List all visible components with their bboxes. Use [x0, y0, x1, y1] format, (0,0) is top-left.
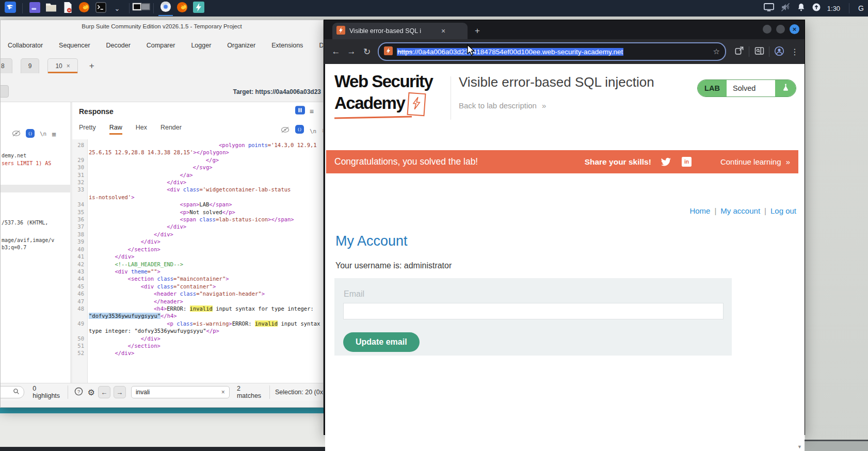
taskbar-launcher[interactable] [27, 1, 42, 15]
scroll-down-icon[interactable]: ▼ [797, 444, 802, 449]
chrome-tab[interactable]: Visible error-based SQL i × [332, 23, 468, 39]
new-item-tab-button[interactable]: + [86, 59, 98, 73]
highlight-toggle-icon[interactable]: {} [26, 129, 35, 139]
view-tab-pretty[interactable]: Pretty [79, 124, 96, 135]
profile-avatar-icon[interactable] [771, 46, 787, 58]
request-fragment: /537.36 (KHTML, [2, 220, 48, 225]
burp-item-tab[interactable]: 9 [21, 58, 40, 73]
taskbar-left: ⌄ [0, 1, 764, 16]
forward-button[interactable]: → [344, 46, 359, 57]
search-settings-gear-icon[interactable]: ⚙ [87, 388, 94, 397]
burp-toolbar-stub-button[interactable] [0, 85, 9, 98]
taskbar-launcher[interactable] [3, 1, 18, 15]
close-tab-icon[interactable]: × [67, 62, 70, 70]
view-tab-hex[interactable]: Hex [136, 124, 147, 135]
burp-item-tab-label: 9 [28, 62, 32, 70]
next-match-button[interactable]: → [114, 386, 126, 398]
pause-updates-icon[interactable] [295, 106, 305, 117]
highlights-count: 0 highlights [33, 385, 62, 399]
burp-menu-tab[interactable]: Collaborator [7, 40, 44, 51]
close-window-button[interactable]: × [790, 24, 799, 34]
display-icon[interactable] [764, 3, 774, 14]
code-text: type integer: "dofvy3536ywufuygsyyu"</p> [89, 327, 323, 334]
help-icon[interactable]: ? [74, 387, 83, 397]
newline-toggle-icon[interactable]: \n [310, 126, 316, 135]
continue-learning-link[interactable]: Continue learning » [720, 157, 790, 166]
taskbar-launcher[interactable] [191, 1, 206, 15]
match-count: 2 matches [237, 385, 264, 399]
line-number: 28 [72, 141, 89, 149]
code-lines[interactable]: 28<polygon points='14.3,0 12.9,125.6,15 … [72, 141, 323, 383]
taskbar-launcher[interactable] [93, 1, 108, 15]
line-number: 36 [72, 216, 89, 223]
back-button[interactable]: ← [328, 46, 344, 57]
layout-menu-icon[interactable]: ≡ [310, 107, 314, 116]
bookmark-star-icon[interactable]: ☆ [713, 47, 720, 56]
code-text: "dofvy3536ywufuygsyyu"</h4> [89, 312, 323, 319]
taskbar-launcher[interactable]: ⌄ [110, 1, 124, 15]
burp-footer [1, 401, 323, 407]
bell-icon[interactable] [797, 3, 806, 14]
response-search-input[interactable]: invali × [131, 386, 230, 398]
eye-off-icon[interactable] [281, 126, 290, 135]
linkedin-icon[interactable]: in [682, 157, 692, 167]
divider [22, 3, 23, 13]
minimize-button[interactable] [763, 25, 771, 34]
taskbar-launcher[interactable] [44, 1, 58, 15]
request-search-input[interactable] [0, 386, 24, 398]
newline-toggle-icon[interactable]: \n [40, 131, 46, 137]
url-bar[interactable]: https://0a4a006a03d23141847854ef00d100ee… [378, 42, 726, 61]
firefox-icon [176, 2, 188, 15]
burp-menu-tab[interactable]: Comparer [146, 40, 176, 51]
congratulations-banner: Congratulations, you solved the lab! Sha… [326, 150, 798, 173]
svg-text:{}: {} [28, 131, 33, 136]
taskbar-launcher[interactable] [175, 1, 189, 15]
highlight-toggle-icon[interactable]: {} [295, 125, 304, 136]
code-text: </a> [89, 171, 323, 179]
taskbar-launcher[interactable] [134, 1, 149, 15]
email-input[interactable] [343, 303, 724, 319]
taskbar-launcher[interactable] [158, 1, 173, 16]
chrome-tab-strip: Visible error-based SQL i × + × [324, 20, 805, 39]
taskbar-launcher[interactable] [60, 1, 75, 15]
side-panel-search-icon[interactable] [751, 46, 767, 57]
nav-link-my-account[interactable]: My account [720, 206, 760, 215]
taskbar-launcher[interactable] [77, 1, 91, 15]
burp-menu-tab[interactable]: Extensions [270, 40, 304, 51]
update-email-button[interactable]: Update email [343, 332, 420, 352]
previous-match-button[interactable]: ← [98, 386, 110, 398]
clear-search-icon[interactable]: × [221, 389, 225, 396]
twitter-icon[interactable] [661, 157, 671, 167]
history-sync-icon[interactable] [731, 46, 747, 57]
muted-speaker-icon[interactable] [780, 3, 791, 14]
svg-text:{}: {} [297, 127, 302, 132]
burp-menu-tab[interactable]: Sequencer [58, 40, 91, 51]
indicator-icon[interactable] [812, 3, 821, 14]
view-tab-render[interactable]: Render [160, 124, 182, 135]
new-tab-button[interactable]: + [475, 26, 480, 39]
maximize-button[interactable] [776, 25, 785, 34]
burp-menu-tab[interactable]: D [318, 40, 324, 51]
view-tab-raw[interactable]: Raw [109, 124, 122, 135]
arrow-right-icon: → [116, 389, 123, 396]
chrome-window: Visible error-based SQL i × + × ← → ↻ ht… [324, 20, 805, 435]
nav-link-log-out[interactable]: Log out [770, 206, 796, 215]
nav-link-home[interactable]: Home [689, 206, 710, 215]
burp-item-tab[interactable]: 8 [0, 58, 12, 73]
eye-off-icon[interactable] [12, 130, 21, 138]
burp-menu-tab[interactable]: Logger [190, 40, 212, 51]
menu-icon[interactable]: ≡ [52, 130, 56, 138]
selection-info: Selection: 20 (0x [275, 389, 323, 396]
burp-item-tab[interactable]: 10× [47, 58, 77, 73]
reload-button[interactable]: ↻ [359, 46, 375, 57]
line-number: 50 [72, 335, 89, 342]
burp-message-panels: {} \n ≡ demy.netsers LIMIT 1) AS/537.36 … [1, 102, 323, 383]
web-security-academy-logo[interactable]: Web Security Academy [334, 72, 451, 118]
burp-menu-tab[interactable]: Decoder [105, 40, 132, 51]
close-tab-icon[interactable]: × [441, 27, 445, 35]
line-number: 47 [72, 298, 89, 305]
code-line: 29</g> [72, 156, 323, 164]
back-to-lab-link[interactable]: Back to lab description » [459, 101, 546, 110]
burp-menu-tab[interactable]: Organizer [226, 40, 256, 51]
chrome-menu-icon[interactable]: ⋮ [787, 47, 802, 57]
